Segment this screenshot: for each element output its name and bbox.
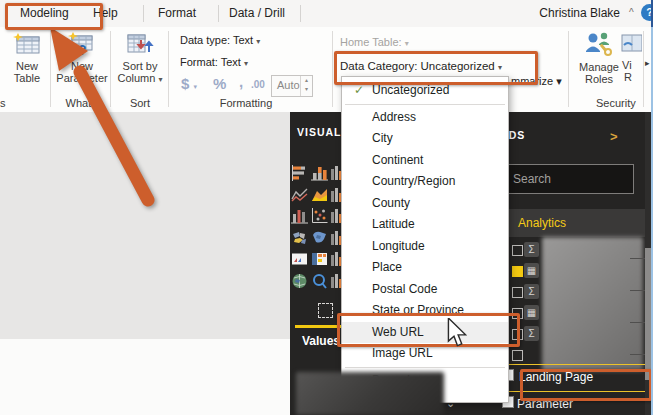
new-table-button[interactable]: New Table bbox=[4, 32, 50, 84]
format-dropdown[interactable]: Format: Text ▾ bbox=[180, 56, 248, 68]
stacked-bar-chart-icon[interactable] bbox=[291, 165, 308, 181]
decimal-places-stepper[interactable]: Auto ▴▾ bbox=[271, 75, 313, 97]
percent-format-button[interactable]: % bbox=[213, 75, 226, 92]
row-separator bbox=[630, 258, 645, 259]
group-label-sort: Sort bbox=[114, 97, 166, 109]
menu-item-postal-code[interactable]: Postal Code bbox=[342, 279, 508, 301]
menu-item-label: Longitude bbox=[372, 239, 425, 253]
annotation-box-landing-page bbox=[520, 369, 652, 401]
calculator-icon: ▦ bbox=[524, 305, 539, 320]
view-as-roles-button[interactable]: Vi R bbox=[620, 31, 646, 83]
tab-separator bbox=[143, 5, 144, 22]
menu-item-label: Place bbox=[372, 260, 402, 274]
sort-by-column-icon bbox=[114, 32, 166, 58]
menu-item-address[interactable]: Address bbox=[342, 107, 508, 129]
table-item-analytics[interactable]: Analytics bbox=[500, 209, 645, 237]
view-roles-label-1: Vi bbox=[620, 59, 632, 71]
fields-search-box[interactable] bbox=[504, 164, 634, 194]
card-icon[interactable] bbox=[291, 251, 308, 267]
menu-item-latitude[interactable]: Latitude bbox=[342, 214, 508, 236]
data-type-label: Data type: Text bbox=[180, 34, 253, 46]
format-label: Format: Text bbox=[180, 56, 241, 68]
menu-divider bbox=[345, 104, 505, 105]
field-checkbox[interactable] bbox=[512, 245, 523, 256]
stacked-column-chart-icon[interactable] bbox=[311, 165, 328, 181]
menu-item-longitude[interactable]: Longitude bbox=[342, 236, 508, 258]
tab-separator bbox=[218, 5, 219, 22]
search-input[interactable] bbox=[505, 165, 641, 193]
stepper-arrows-icon[interactable]: ▴▾ bbox=[300, 76, 312, 96]
active-tab-underline bbox=[295, 325, 342, 328]
sort-by-column-button[interactable]: Sort by Column ▾ bbox=[114, 32, 166, 86]
menu-item-label: Country/Region bbox=[372, 174, 455, 188]
field-well-blurred-item bbox=[296, 372, 444, 415]
tab-data-drill[interactable]: Data / Drill bbox=[229, 6, 285, 20]
menu-item-county[interactable]: County bbox=[342, 193, 508, 215]
annotation-box-modeling bbox=[5, 3, 103, 30]
sort-by-column-label-1: Sort by bbox=[123, 60, 158, 72]
menu-item-place[interactable]: Place bbox=[342, 257, 508, 279]
view-roles-label-2: R bbox=[620, 71, 632, 83]
auto-label: Auto bbox=[277, 79, 300, 91]
field-checkbox[interactable] bbox=[512, 287, 523, 298]
line-chart-icon[interactable] bbox=[291, 187, 308, 203]
tab-separator bbox=[300, 5, 301, 22]
sigma-icon: Σ bbox=[524, 284, 539, 299]
data-type-dropdown[interactable]: Data type: Text ▾ bbox=[180, 34, 260, 46]
blurred-field-names bbox=[542, 237, 643, 371]
collapse-ribbon-icon[interactable]: ^ bbox=[629, 7, 634, 18]
signed-in-user[interactable]: Christina Blake bbox=[539, 6, 620, 20]
shape-map-icon[interactable] bbox=[291, 230, 308, 246]
currency-format-button[interactable]: $ ▾ bbox=[181, 75, 197, 92]
new-parameter-button[interactable]: ? New Parameter bbox=[54, 32, 110, 84]
field-checkbox[interactable] bbox=[512, 266, 523, 277]
area-chart-icon[interactable] bbox=[311, 187, 328, 203]
view-as-roles-icon bbox=[620, 31, 646, 59]
menu-divider bbox=[345, 367, 505, 368]
sort-by-column-label-2: Column bbox=[118, 72, 156, 84]
slicer-visual-icon[interactable] bbox=[318, 303, 333, 318]
report-page-area[interactable] bbox=[0, 339, 290, 415]
manage-roles-label-2: Roles bbox=[585, 73, 613, 85]
mouse-cursor-icon bbox=[447, 318, 467, 348]
group-divider bbox=[568, 31, 569, 107]
ribbon-expand-icon[interactable]: ▸ bbox=[645, 58, 650, 68]
row-separator bbox=[630, 290, 645, 291]
arcgis-map-icon[interactable] bbox=[291, 273, 308, 289]
group-divider bbox=[110, 31, 111, 107]
menu-item-label: County bbox=[372, 196, 410, 210]
menu-item-city[interactable]: City bbox=[342, 128, 508, 150]
menu-item-label: Uncategorized bbox=[372, 83, 449, 97]
field-checkbox[interactable] bbox=[512, 350, 523, 361]
new-parameter-label-1: New bbox=[71, 60, 93, 72]
treemap-icon[interactable] bbox=[311, 251, 328, 267]
sigma-icon: Σ bbox=[524, 326, 539, 341]
tab-format[interactable]: Format bbox=[158, 6, 196, 20]
menu-item-label: Postal Code bbox=[372, 282, 437, 296]
menu-item-label: Continent bbox=[372, 153, 423, 167]
powerbi-window: Modeling Help Format Data / Drill Christ… bbox=[0, 0, 653, 415]
ribbon: New Table s ? New Parameter What If Sort… bbox=[0, 27, 653, 113]
scatter-chart-icon[interactable] bbox=[311, 208, 328, 224]
combo-chart-icon[interactable] bbox=[291, 208, 308, 224]
home-table-label: Home Table: bbox=[340, 36, 402, 48]
home-table-dropdown: Home Table: ▾ bbox=[340, 36, 409, 48]
group-divider bbox=[50, 31, 51, 107]
group-label-partial: s bbox=[0, 97, 6, 109]
filled-map-icon[interactable] bbox=[311, 230, 328, 246]
group-divider bbox=[168, 31, 169, 107]
annotation-box-data-category bbox=[334, 51, 538, 85]
svg-text:?: ? bbox=[78, 42, 87, 56]
group-label-formatting: Formatting bbox=[180, 97, 312, 109]
comma-format-button[interactable]: , bbox=[239, 73, 243, 90]
group-divider bbox=[332, 31, 333, 107]
qa-icon[interactable] bbox=[311, 273, 328, 289]
decimals-format-button[interactable]: .00 bbox=[251, 79, 265, 90]
row-separator bbox=[630, 322, 645, 323]
menu-item-country-region[interactable]: Country/Region bbox=[342, 171, 508, 193]
new-table-label-2: Table bbox=[14, 72, 40, 84]
menu-item-continent[interactable]: Continent bbox=[342, 150, 508, 172]
collapse-pane-icon[interactable]: > bbox=[610, 129, 618, 144]
menu-item-label: Address bbox=[372, 110, 416, 124]
calculator-icon: ▦ bbox=[524, 263, 539, 278]
